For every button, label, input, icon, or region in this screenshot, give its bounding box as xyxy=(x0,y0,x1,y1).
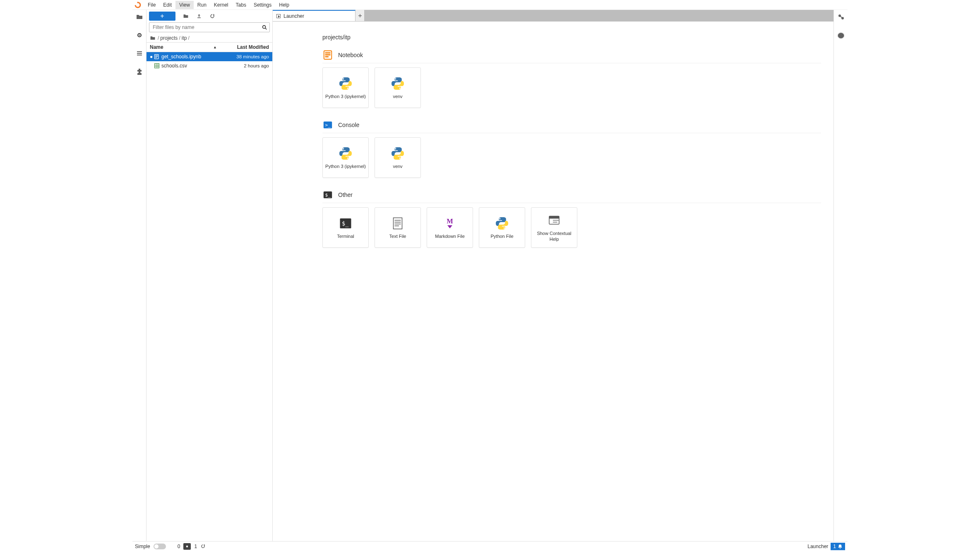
launcher-card[interactable]: venv xyxy=(375,67,421,108)
new-launcher-button[interactable]: + xyxy=(149,12,175,21)
tab-label: Launcher xyxy=(283,13,304,19)
textfile-icon xyxy=(390,216,406,231)
card-label: Text File xyxy=(388,234,408,240)
property-inspector-icon[interactable] xyxy=(837,13,845,21)
file-list: ●get_schools.ipynb38 minutes agoschools.… xyxy=(147,52,272,541)
terminal-icon xyxy=(338,216,353,231)
launcher-section-other: OtherTerminalText FileMarkdown FilePytho… xyxy=(322,189,821,248)
python-icon xyxy=(338,76,353,91)
launcher-section-console: ConsolePython 3 (ipykernel)venv xyxy=(322,120,821,178)
file-name: schools.csv xyxy=(161,63,219,69)
launcher-cwd: projects/itp xyxy=(322,34,821,41)
card-label: Python 3 (ipykernel) xyxy=(324,164,368,170)
launcher-section-notebook: NotebookPython 3 (ipykernel)venv xyxy=(322,50,821,108)
section-title: Other xyxy=(338,192,353,198)
sort-caret-icon: ▲ xyxy=(213,45,217,49)
file-modified: 2 hours ago xyxy=(219,63,269,68)
launcher-icon xyxy=(276,14,281,19)
menu-settings[interactable]: Settings xyxy=(250,1,275,9)
breadcrumb: / projects / itp / xyxy=(147,34,272,42)
card-label: Python File xyxy=(489,234,515,240)
folder-icon[interactable] xyxy=(136,13,143,21)
simple-label: Simple xyxy=(135,544,150,549)
sync-icon[interactable] xyxy=(200,544,206,549)
tabbar: Launcher xyxy=(273,10,833,22)
launcher-card[interactable]: Markdown File xyxy=(427,207,473,248)
extension-icon[interactable] xyxy=(136,68,143,75)
launcher: projects/itp NotebookPython 3 (ipykernel… xyxy=(273,22,833,541)
breadcrumb-segment[interactable]: projects xyxy=(160,35,178,41)
file-browser: + / projects / itp / Name ▲ xyxy=(147,10,273,541)
launcher-card[interactable]: Terminal xyxy=(322,207,369,248)
notifications-button[interactable]: 1 xyxy=(831,543,845,550)
notebook-section-icon xyxy=(322,50,333,60)
card-label: Terminal xyxy=(335,234,356,240)
svg-point-46 xyxy=(186,545,188,547)
right-sidebar xyxy=(833,10,848,541)
search-icon xyxy=(262,24,267,30)
card-label: Python 3 (ipykernel) xyxy=(324,94,368,100)
section-title: Console xyxy=(338,122,359,128)
file-name: get_schools.ipynb xyxy=(161,54,219,60)
running-icon[interactable] xyxy=(136,31,143,39)
csv-file-icon xyxy=(154,63,160,69)
new-folder-icon[interactable] xyxy=(183,13,189,19)
debugger-icon[interactable] xyxy=(837,31,845,39)
running-dot: ● xyxy=(150,54,152,60)
contexthelp-icon xyxy=(546,213,562,228)
add-tab-button[interactable] xyxy=(355,10,365,21)
menu-view[interactable]: View xyxy=(175,1,194,9)
python-icon xyxy=(338,146,353,161)
menubar: FileEditViewRunKernelTabsSettingsHelp xyxy=(132,0,848,10)
menu-file[interactable]: File xyxy=(144,1,159,9)
launcher-card[interactable]: Python 3 (ipykernel) xyxy=(322,137,369,178)
breadcrumb-segment[interactable]: itp xyxy=(182,35,187,41)
bell-icon xyxy=(838,544,843,549)
launcher-card[interactable]: Show Contextual Help xyxy=(531,207,577,248)
toc-icon[interactable] xyxy=(136,50,143,57)
terminals-count[interactable]: 0 xyxy=(178,544,180,549)
kernels-badge[interactable] xyxy=(183,543,191,550)
card-label: venv xyxy=(391,164,404,170)
file-row[interactable]: schools.csv2 hours ago xyxy=(147,61,272,70)
statusbar: Simple 0 1 Launcher 1 xyxy=(132,541,848,551)
kernel-icon xyxy=(185,544,189,549)
card-label: venv xyxy=(391,94,404,100)
refresh-icon[interactable] xyxy=(209,13,215,19)
menu-tabs[interactable]: Tabs xyxy=(232,1,250,9)
activity-bar xyxy=(132,10,147,541)
filter-input[interactable] xyxy=(149,22,270,32)
markdown-icon xyxy=(442,216,458,231)
jupyter-logo-icon xyxy=(134,1,142,9)
launcher-card[interactable]: Python File xyxy=(479,207,525,248)
notification-count: 1 xyxy=(833,544,836,549)
notebook-file-icon xyxy=(154,54,160,60)
file-list-header: Name ▲ Last Modified xyxy=(147,42,272,52)
python-icon xyxy=(494,216,510,231)
simple-toggle[interactable] xyxy=(154,544,166,549)
menu-edit[interactable]: Edit xyxy=(159,1,175,9)
mode-label: Launcher xyxy=(807,544,828,549)
svg-point-45 xyxy=(135,2,140,7)
terminal-section-icon xyxy=(322,189,333,200)
menu-run[interactable]: Run xyxy=(194,1,210,9)
section-title: Notebook xyxy=(338,52,363,58)
python-icon xyxy=(390,146,406,161)
launcher-card[interactable]: Python 3 (ipykernel) xyxy=(322,67,369,108)
python-icon xyxy=(390,76,406,91)
upload-icon[interactable] xyxy=(196,13,202,19)
card-label: Show Contextual Help xyxy=(531,231,577,242)
tab-launcher[interactable]: Launcher xyxy=(273,10,355,21)
console-section-icon xyxy=(322,120,333,130)
column-name[interactable]: Name ▲ xyxy=(147,43,223,52)
kernels-count[interactable]: 1 xyxy=(194,544,197,549)
card-label: Markdown File xyxy=(433,234,466,240)
column-modified[interactable]: Last Modified xyxy=(223,43,272,52)
menu-help[interactable]: Help xyxy=(275,1,293,9)
launcher-card[interactable]: venv xyxy=(375,137,421,178)
file-row[interactable]: ●get_schools.ipynb38 minutes ago xyxy=(147,52,272,61)
plus-icon xyxy=(358,13,363,18)
launcher-card[interactable]: Text File xyxy=(375,207,421,248)
folder-icon[interactable] xyxy=(150,35,156,41)
menu-kernel[interactable]: Kernel xyxy=(210,1,232,9)
